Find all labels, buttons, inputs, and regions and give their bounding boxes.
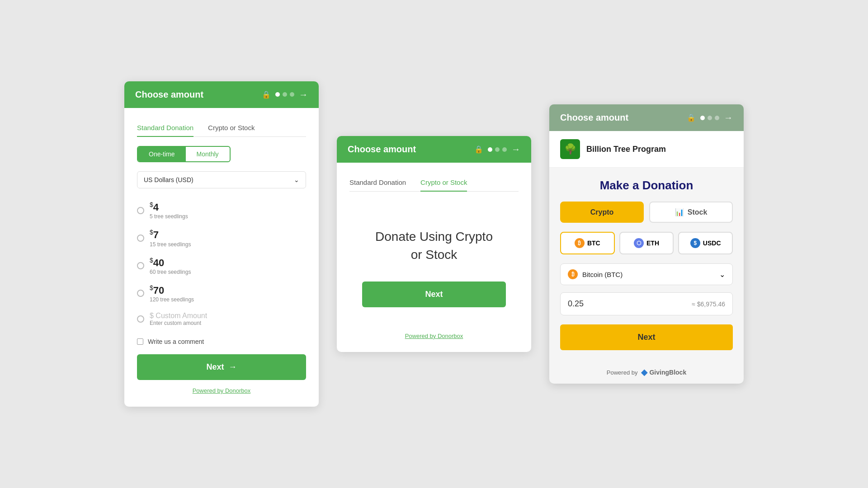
tab-standard-donation[interactable]: Standard Donation: [137, 119, 193, 137]
eth-label: ETH: [646, 239, 659, 247]
amount-info-70: $70 120 tree seedlings: [150, 284, 194, 303]
usdc-label: USDC: [703, 239, 721, 247]
select-left: ₿ Bitcoin (BTC): [568, 269, 623, 279]
lock-icon-3: 🔒: [687, 113, 696, 122]
next-label: Next: [206, 362, 224, 372]
org-name: Billion Tree Program: [586, 145, 666, 154]
amount-value-40: $40: [150, 257, 191, 269]
coin-btn-usdc[interactable]: $ USDC: [678, 232, 733, 254]
asset-tabs: Crypto 📊 Stock: [560, 202, 733, 223]
btc-icon: ₿: [575, 238, 585, 248]
tab-crypto-stock[interactable]: Crypto or Stock: [208, 119, 255, 137]
selected-coin-icon: ₿: [568, 269, 578, 279]
next-button-2[interactable]: Next: [362, 282, 506, 307]
bar-chart-icon: 📊: [675, 208, 684, 216]
eth-icon: ⬡: [634, 238, 644, 248]
dot-2: [283, 92, 287, 97]
toggle-monthly[interactable]: Monthly: [186, 147, 230, 161]
org-header: 🌳 Billion Tree Program: [549, 131, 744, 168]
custom-amount-value: $ Custom Amount: [150, 312, 207, 320]
dot-2-1: [488, 147, 492, 152]
next-button-3[interactable]: Next: [560, 324, 733, 350]
progress-dots: [275, 92, 294, 97]
panel1-title: Choose amount: [135, 89, 203, 100]
panel3-inner: 🌳 Billion Tree Program Make a Donation C…: [549, 131, 744, 384]
radio-70[interactable]: [137, 290, 144, 297]
giving-block-logo: ◆ GivingBlock: [641, 367, 686, 377]
panel3-body: Make a Donation Crypto 📊 Stock ₿ BTC ⬡ E…: [549, 168, 744, 361]
amount-options: $4 5 tree seedlings $7 15 tree seedlings…: [137, 197, 306, 331]
powered-by-donorbox-2[interactable]: Powered by Donorbox: [349, 333, 519, 339]
amount-row-4[interactable]: $4 5 tree seedlings: [137, 197, 306, 224]
asset-tab-stock[interactable]: 📊 Stock: [649, 202, 733, 223]
comment-row: Write us a comment: [137, 338, 306, 345]
frequency-toggle: One-time Monthly: [137, 146, 231, 162]
coin-btn-btc[interactable]: ₿ BTC: [560, 232, 615, 254]
amount-input-value[interactable]: 0.25: [568, 299, 584, 309]
amount-row-custom[interactable]: $ Custom Amount Enter custom amount: [137, 307, 306, 331]
panel3-title: Choose amount: [560, 113, 628, 123]
coin-btn-eth[interactable]: ⬡ ETH: [619, 232, 674, 254]
usdc-icon: $: [690, 238, 700, 248]
amount-info-4: $4 5 tree seedlings: [150, 201, 188, 220]
dot-2-3: [502, 147, 507, 152]
amount-value-70: $70: [150, 284, 194, 296]
panel1-body: Standard Donation Crypto or Stock One-ti…: [124, 108, 319, 407]
radio-7[interactable]: [137, 235, 144, 242]
amount-info-custom: $ Custom Amount Enter custom amount: [150, 312, 207, 326]
panel-donorbox-crypto: Choose amount 🔒 → Standard Donation Cryp…: [337, 136, 531, 352]
btc-label: BTC: [587, 239, 600, 247]
org-logo: 🌳: [560, 139, 580, 159]
make-donation-title: Make a Donation: [560, 178, 733, 192]
powered-by-giving-block: Powered by ◆ GivingBlock: [549, 361, 744, 384]
radio-40[interactable]: [137, 262, 144, 269]
amount-label-40: 60 tree seedlings: [150, 269, 191, 275]
coin-select-dropdown[interactable]: ₿ Bitcoin (BTC) ⌄: [560, 263, 733, 285]
amount-row-70[interactable]: $70 120 tree seedlings: [137, 280, 306, 307]
panel1-header: Choose amount 🔒 →: [124, 81, 319, 108]
panel1-tabs: Standard Donation Crypto or Stock: [137, 119, 306, 137]
comment-label: Write us a comment: [148, 338, 204, 345]
dot-3: [290, 92, 294, 97]
panel2-title: Choose amount: [348, 144, 416, 155]
powered-by-donorbox[interactable]: Powered by Donorbox: [137, 387, 306, 394]
panel2-tabs: Standard Donation Crypto or Stock: [349, 174, 519, 192]
next-arrow-icon-2[interactable]: →: [511, 144, 520, 155]
chevron-down-icon-3: ⌄: [719, 270, 725, 279]
amount-row-40[interactable]: $40 60 tree seedlings: [137, 252, 306, 280]
amount-row-7[interactable]: $7 15 tree seedlings: [137, 224, 306, 252]
radio-custom[interactable]: [137, 315, 144, 323]
next-arrow-icon[interactable]: →: [299, 89, 308, 100]
tab2-standard[interactable]: Standard Donation: [349, 174, 406, 192]
powered-by-label: Powered by: [607, 369, 638, 376]
amount-approx-value: ≈ $6,975.46: [692, 300, 725, 308]
panel3-header: Choose amount 🔒 →: [549, 104, 744, 131]
coin-row: ₿ BTC ⬡ ETH $ USDC: [560, 232, 733, 254]
dot-2-2: [495, 147, 500, 152]
progress-dots-2: [488, 147, 507, 152]
next-arrow-icon-3[interactable]: →: [724, 113, 733, 123]
giving-block-icon: ◆: [641, 367, 647, 377]
comment-checkbox[interactable]: [137, 338, 143, 345]
currency-dropdown[interactable]: US Dollars (USD) ⌄: [137, 171, 306, 188]
amount-label-4: 5 tree seedlings: [150, 213, 188, 220]
lock-icon-2: 🔒: [474, 145, 483, 154]
panel2-header-right: 🔒 →: [474, 144, 520, 155]
asset-tab-crypto[interactable]: Crypto: [560, 202, 644, 223]
dot-3-1: [700, 116, 705, 120]
radio-4[interactable]: [137, 207, 144, 214]
selected-coin-name: Bitcoin (BTC): [582, 271, 623, 278]
panel-donorbox-standard: Choose amount 🔒 → Standard Donation Cryp…: [124, 81, 319, 407]
dot-3-2: [708, 116, 712, 120]
amount-input-row: 0.25 ≈ $6,975.46: [560, 292, 733, 315]
toggle-one-time[interactable]: One-time: [138, 147, 186, 161]
amount-value-7: $7: [150, 229, 191, 241]
next-button[interactable]: Next →: [137, 354, 306, 380]
lock-icon: 🔒: [262, 90, 271, 99]
custom-amount-label: Enter custom amount: [150, 320, 207, 326]
amount-label-7: 15 tree seedlings: [150, 241, 191, 248]
currency-value: US Dollars (USD): [144, 176, 193, 183]
panel2-body: Standard Donation Crypto or Stock Donate…: [337, 163, 531, 352]
tab2-crypto[interactable]: Crypto or Stock: [420, 174, 467, 192]
amount-info-7: $7 15 tree seedlings: [150, 229, 191, 247]
